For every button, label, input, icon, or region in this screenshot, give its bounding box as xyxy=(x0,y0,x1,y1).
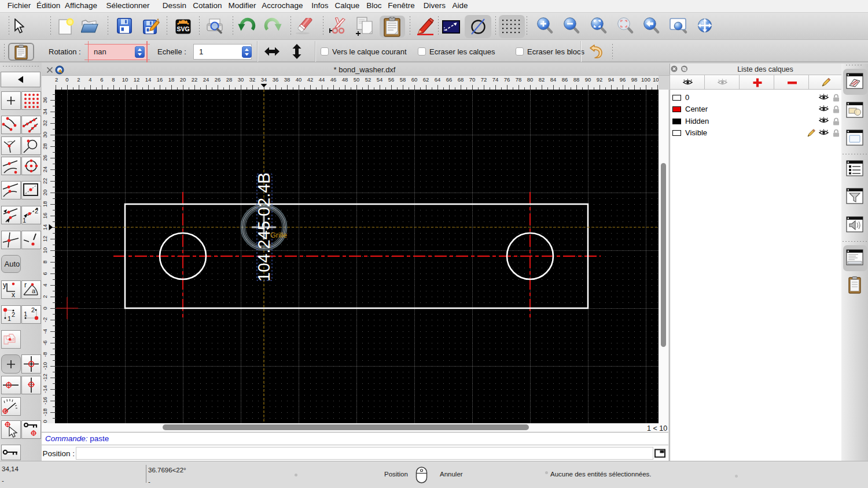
svg-text:-18: -18 xyxy=(42,408,48,416)
svg-text:-4: -4 xyxy=(42,329,48,334)
svg-text:4: 4 xyxy=(89,76,91,83)
svg-text:84: 84 xyxy=(550,76,557,83)
svg-text:24: 24 xyxy=(203,76,209,83)
svg-text:0: 0 xyxy=(42,306,48,309)
svg-text:24: 24 xyxy=(42,167,48,173)
svg-text:2: 2 xyxy=(42,295,48,298)
svg-text:2: 2 xyxy=(12,311,15,318)
svg-text:62: 62 xyxy=(423,76,429,83)
svg-text:16: 16 xyxy=(157,76,163,83)
svg-text:42: 42 xyxy=(307,76,314,83)
svg-text:48: 48 xyxy=(342,76,348,83)
svg-text:34: 34 xyxy=(261,76,267,83)
svg-text:78: 78 xyxy=(516,76,522,83)
svg-text:x: x xyxy=(12,291,15,298)
svg-text:30: 30 xyxy=(42,132,48,138)
svg-text:y: y xyxy=(3,281,6,289)
svg-text:58: 58 xyxy=(400,76,406,83)
svg-text:-16: -16 xyxy=(42,397,48,405)
svg-text:100: 100 xyxy=(641,76,650,83)
svg-text:20: 20 xyxy=(42,190,48,196)
svg-text:60: 60 xyxy=(411,76,418,83)
svg-text:90: 90 xyxy=(585,76,591,83)
svg-text:74: 74 xyxy=(492,76,499,83)
svg-text:32: 32 xyxy=(249,76,256,83)
svg-text:0: 0 xyxy=(65,76,68,83)
svg-text:-8: -8 xyxy=(42,352,48,357)
svg-text:68: 68 xyxy=(458,76,464,83)
svg-text:14: 14 xyxy=(145,76,152,83)
svg-text:-10: -10 xyxy=(42,362,48,370)
svg-text:102: 102 xyxy=(653,76,659,83)
svg-text:-6: -6 xyxy=(42,341,48,345)
svg-text:40: 40 xyxy=(296,76,302,83)
svg-text:70: 70 xyxy=(469,76,476,83)
svg-text:2: 2 xyxy=(35,208,38,215)
svg-text:22: 22 xyxy=(42,178,48,184)
svg-text:Grille: Grille xyxy=(270,231,287,239)
svg-text:-14: -14 xyxy=(42,385,48,393)
svg-text:72: 72 xyxy=(481,76,487,83)
svg-text:-2: -2 xyxy=(55,76,58,83)
svg-text:16: 16 xyxy=(42,213,48,219)
svg-text:8: 8 xyxy=(112,76,115,83)
svg-text:98: 98 xyxy=(631,76,638,83)
svg-text:104.245.02.4B: 104.245.02.4B xyxy=(255,172,273,282)
svg-text:1: 1 xyxy=(23,217,26,224)
svg-text:44: 44 xyxy=(319,76,325,83)
svg-text:64: 64 xyxy=(435,76,441,83)
svg-text:82: 82 xyxy=(539,76,545,83)
svg-text:56: 56 xyxy=(388,76,395,83)
svg-text:14: 14 xyxy=(42,224,48,231)
svg-text:1: 1 xyxy=(24,310,27,317)
svg-text:12: 12 xyxy=(134,76,140,83)
svg-text:94: 94 xyxy=(608,76,615,83)
svg-text:2: 2 xyxy=(77,76,80,83)
svg-text:30: 30 xyxy=(238,76,244,83)
svg-text:36: 36 xyxy=(42,97,48,103)
svg-text:r: r xyxy=(24,281,27,289)
svg-text:2: 2 xyxy=(31,306,35,313)
svg-text:1: 1 xyxy=(8,315,11,322)
svg-text:4: 4 xyxy=(42,283,48,286)
svg-text:SVG: SVG xyxy=(176,25,189,32)
svg-text:54: 54 xyxy=(377,76,383,83)
svg-text:6: 6 xyxy=(42,272,48,275)
svg-text:34: 34 xyxy=(42,109,48,115)
svg-text:92: 92 xyxy=(597,76,603,83)
svg-text:a: a xyxy=(32,287,36,294)
svg-text:86: 86 xyxy=(562,76,568,83)
svg-text:96: 96 xyxy=(620,76,626,83)
svg-text:18: 18 xyxy=(168,76,175,83)
svg-text:22: 22 xyxy=(192,76,198,83)
svg-text:38: 38 xyxy=(284,76,290,83)
svg-text:80: 80 xyxy=(527,76,534,83)
svg-text:-12: -12 xyxy=(42,374,48,382)
svg-text:12: 12 xyxy=(42,236,48,242)
svg-text:6: 6 xyxy=(100,76,103,83)
svg-text:36: 36 xyxy=(273,76,279,83)
svg-text:26: 26 xyxy=(42,155,48,161)
svg-text:32: 32 xyxy=(42,120,48,127)
svg-text:88: 88 xyxy=(573,76,580,83)
svg-text:26: 26 xyxy=(215,76,221,83)
svg-text:-2: -2 xyxy=(42,317,48,322)
svg-text:20: 20 xyxy=(180,76,186,83)
svg-text:10: 10 xyxy=(42,247,48,254)
svg-text:28: 28 xyxy=(42,143,48,150)
svg-text:50: 50 xyxy=(354,76,360,83)
svg-text:76: 76 xyxy=(504,76,510,83)
svg-text:66: 66 xyxy=(446,76,453,83)
svg-text:18: 18 xyxy=(42,201,48,208)
svg-text:28: 28 xyxy=(226,76,233,83)
svg-text:10: 10 xyxy=(122,76,128,83)
svg-text:46: 46 xyxy=(330,76,337,83)
svg-text:52: 52 xyxy=(365,76,372,83)
svg-text:8: 8 xyxy=(42,260,48,263)
